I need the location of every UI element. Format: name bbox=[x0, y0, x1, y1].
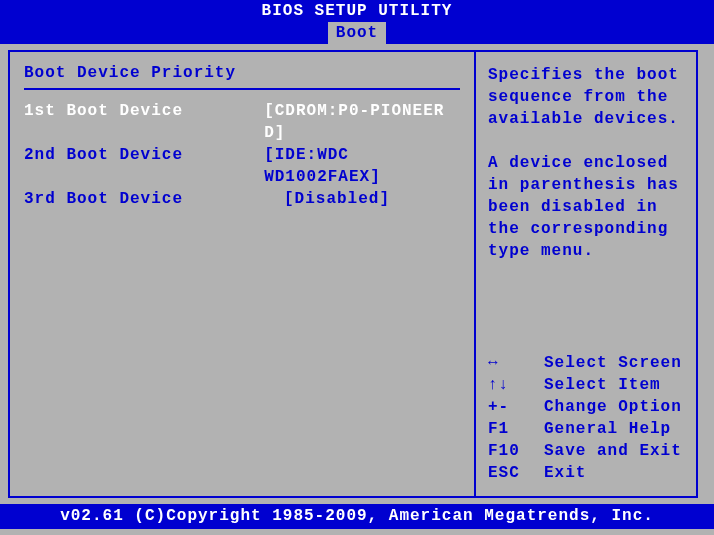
help-paragraph-2: A device enclosed in parenthesis has bee… bbox=[488, 152, 684, 262]
boot-device-value: [CDROM:P0-PIONEER D] bbox=[264, 100, 460, 144]
divider bbox=[24, 88, 460, 90]
tab-boot[interactable]: Boot bbox=[328, 22, 386, 44]
boot-device-label: 2nd Boot Device bbox=[24, 144, 264, 188]
key-name: F1 bbox=[488, 418, 544, 440]
boot-device-label: 3rd Boot Device bbox=[24, 188, 284, 210]
help-text: Specifies the boot sequence from the ava… bbox=[488, 64, 684, 262]
footer-text: v02.61 (C)Copyright 1985-2009, American … bbox=[60, 507, 654, 525]
key-row: +- Change Option bbox=[488, 396, 684, 418]
right-panel: Specifies the boot sequence from the ava… bbox=[474, 50, 698, 498]
title-bar: BIOS SETUP UTILITY bbox=[0, 0, 714, 22]
key-desc: Select Screen bbox=[544, 352, 682, 374]
key-desc: Exit bbox=[544, 462, 586, 484]
boot-device-row-3[interactable]: 3rd Boot Device [Disabled] bbox=[24, 188, 460, 210]
section-title: Boot Device Priority bbox=[24, 64, 460, 82]
boot-device-value: [IDE:WDC WD1002FAEX] bbox=[264, 144, 460, 188]
key-row: ↔ Select Screen bbox=[488, 352, 684, 374]
tab-row: Boot bbox=[0, 22, 714, 44]
bios-screen: BIOS SETUP UTILITY Boot Boot Device Prio… bbox=[0, 0, 714, 535]
help-paragraph-1: Specifies the boot sequence from the ava… bbox=[488, 64, 684, 130]
left-panel: Boot Device Priority 1st Boot Device [CD… bbox=[8, 50, 474, 498]
key-legend: ↔ Select Screen ↑↓ Select Item +- Change… bbox=[488, 352, 684, 484]
key-name: ↔ bbox=[488, 352, 544, 374]
key-name: ESC bbox=[488, 462, 544, 484]
footer-bar: v02.61 (C)Copyright 1985-2009, American … bbox=[0, 504, 714, 529]
key-row: F10 Save and Exit bbox=[488, 440, 684, 462]
key-desc: Save and Exit bbox=[544, 440, 682, 462]
boot-device-row-2[interactable]: 2nd Boot Device [IDE:WDC WD1002FAEX] bbox=[24, 144, 460, 188]
boot-device-label: 1st Boot Device bbox=[24, 100, 264, 144]
key-row: ESC Exit bbox=[488, 462, 684, 484]
key-desc: General Help bbox=[544, 418, 671, 440]
key-desc: Change Option bbox=[544, 396, 682, 418]
key-desc: Select Item bbox=[544, 374, 661, 396]
main-area: Boot Device Priority 1st Boot Device [CD… bbox=[0, 44, 714, 504]
help-blank bbox=[488, 130, 684, 152]
key-row: ↑↓ Select Item bbox=[488, 374, 684, 396]
boot-device-value: [Disabled] bbox=[284, 188, 390, 210]
app-title: BIOS SETUP UTILITY bbox=[262, 2, 453, 20]
key-name: F10 bbox=[488, 440, 544, 462]
key-name: ↑↓ bbox=[488, 374, 544, 396]
key-name: +- bbox=[488, 396, 544, 418]
boot-device-row-1[interactable]: 1st Boot Device [CDROM:P0-PIONEER D] bbox=[24, 100, 460, 144]
key-row: F1 General Help bbox=[488, 418, 684, 440]
spacer bbox=[488, 262, 684, 352]
